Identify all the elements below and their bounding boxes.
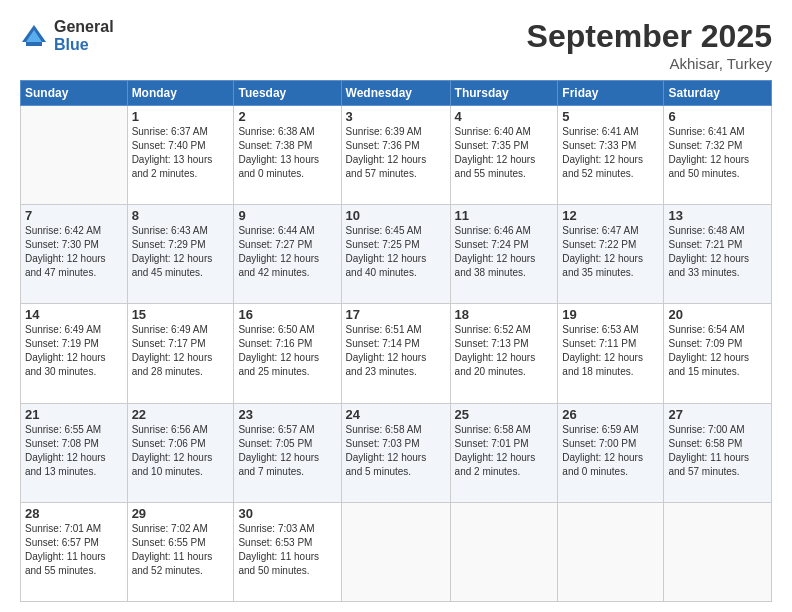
svg-rect-2 bbox=[26, 42, 42, 46]
day-cell: 15Sunrise: 6:49 AM Sunset: 7:17 PM Dayli… bbox=[127, 304, 234, 403]
day-number: 14 bbox=[25, 307, 123, 322]
calendar: Sunday Monday Tuesday Wednesday Thursday… bbox=[20, 80, 772, 602]
day-info: Sunrise: 7:02 AM Sunset: 6:55 PM Dayligh… bbox=[132, 522, 230, 578]
day-number: 24 bbox=[346, 407, 446, 422]
day-number: 20 bbox=[668, 307, 767, 322]
title-block: September 2025 Akhisar, Turkey bbox=[527, 18, 772, 72]
day-cell: 23Sunrise: 6:57 AM Sunset: 7:05 PM Dayli… bbox=[234, 403, 341, 502]
day-info: Sunrise: 6:40 AM Sunset: 7:35 PM Dayligh… bbox=[455, 125, 554, 181]
day-cell: 29Sunrise: 7:02 AM Sunset: 6:55 PM Dayli… bbox=[127, 502, 234, 601]
week-row-2: 7Sunrise: 6:42 AM Sunset: 7:30 PM Daylig… bbox=[21, 205, 772, 304]
day-info: Sunrise: 6:50 AM Sunset: 7:16 PM Dayligh… bbox=[238, 323, 336, 379]
month-title: September 2025 bbox=[527, 18, 772, 55]
day-cell: 8Sunrise: 6:43 AM Sunset: 7:29 PM Daylig… bbox=[127, 205, 234, 304]
day-cell: 12Sunrise: 6:47 AM Sunset: 7:22 PM Dayli… bbox=[558, 205, 664, 304]
day-number: 5 bbox=[562, 109, 659, 124]
header-wednesday: Wednesday bbox=[341, 81, 450, 106]
week-row-5: 28Sunrise: 7:01 AM Sunset: 6:57 PM Dayli… bbox=[21, 502, 772, 601]
day-cell: 4Sunrise: 6:40 AM Sunset: 7:35 PM Daylig… bbox=[450, 106, 558, 205]
day-number: 19 bbox=[562, 307, 659, 322]
day-number: 28 bbox=[25, 506, 123, 521]
day-cell: 6Sunrise: 6:41 AM Sunset: 7:32 PM Daylig… bbox=[664, 106, 772, 205]
logo-general: General bbox=[54, 18, 114, 36]
day-info: Sunrise: 6:44 AM Sunset: 7:27 PM Dayligh… bbox=[238, 224, 336, 280]
day-number: 27 bbox=[668, 407, 767, 422]
day-info: Sunrise: 6:55 AM Sunset: 7:08 PM Dayligh… bbox=[25, 423, 123, 479]
day-cell: 22Sunrise: 6:56 AM Sunset: 7:06 PM Dayli… bbox=[127, 403, 234, 502]
day-number: 30 bbox=[238, 506, 336, 521]
day-cell: 19Sunrise: 6:53 AM Sunset: 7:11 PM Dayli… bbox=[558, 304, 664, 403]
header-monday: Monday bbox=[127, 81, 234, 106]
header-sunday: Sunday bbox=[21, 81, 128, 106]
day-cell bbox=[558, 502, 664, 601]
day-info: Sunrise: 6:46 AM Sunset: 7:24 PM Dayligh… bbox=[455, 224, 554, 280]
header-friday: Friday bbox=[558, 81, 664, 106]
day-info: Sunrise: 6:57 AM Sunset: 7:05 PM Dayligh… bbox=[238, 423, 336, 479]
day-number: 7 bbox=[25, 208, 123, 223]
logo-icon bbox=[20, 22, 48, 50]
day-info: Sunrise: 6:59 AM Sunset: 7:00 PM Dayligh… bbox=[562, 423, 659, 479]
day-number: 6 bbox=[668, 109, 767, 124]
day-number: 21 bbox=[25, 407, 123, 422]
day-number: 16 bbox=[238, 307, 336, 322]
day-cell: 3Sunrise: 6:39 AM Sunset: 7:36 PM Daylig… bbox=[341, 106, 450, 205]
day-info: Sunrise: 6:47 AM Sunset: 7:22 PM Dayligh… bbox=[562, 224, 659, 280]
day-info: Sunrise: 6:58 AM Sunset: 7:03 PM Dayligh… bbox=[346, 423, 446, 479]
day-cell: 18Sunrise: 6:52 AM Sunset: 7:13 PM Dayli… bbox=[450, 304, 558, 403]
day-number: 12 bbox=[562, 208, 659, 223]
day-number: 8 bbox=[132, 208, 230, 223]
day-info: Sunrise: 6:37 AM Sunset: 7:40 PM Dayligh… bbox=[132, 125, 230, 181]
day-number: 13 bbox=[668, 208, 767, 223]
day-info: Sunrise: 6:54 AM Sunset: 7:09 PM Dayligh… bbox=[668, 323, 767, 379]
day-info: Sunrise: 7:00 AM Sunset: 6:58 PM Dayligh… bbox=[668, 423, 767, 479]
day-number: 15 bbox=[132, 307, 230, 322]
day-cell: 28Sunrise: 7:01 AM Sunset: 6:57 PM Dayli… bbox=[21, 502, 128, 601]
location: Akhisar, Turkey bbox=[527, 55, 772, 72]
week-row-3: 14Sunrise: 6:49 AM Sunset: 7:19 PM Dayli… bbox=[21, 304, 772, 403]
day-cell: 1Sunrise: 6:37 AM Sunset: 7:40 PM Daylig… bbox=[127, 106, 234, 205]
day-info: Sunrise: 6:49 AM Sunset: 7:19 PM Dayligh… bbox=[25, 323, 123, 379]
day-info: Sunrise: 6:52 AM Sunset: 7:13 PM Dayligh… bbox=[455, 323, 554, 379]
weekday-header-row: Sunday Monday Tuesday Wednesday Thursday… bbox=[21, 81, 772, 106]
day-cell: 30Sunrise: 7:03 AM Sunset: 6:53 PM Dayli… bbox=[234, 502, 341, 601]
day-cell: 9Sunrise: 6:44 AM Sunset: 7:27 PM Daylig… bbox=[234, 205, 341, 304]
day-number: 29 bbox=[132, 506, 230, 521]
day-info: Sunrise: 6:49 AM Sunset: 7:17 PM Dayligh… bbox=[132, 323, 230, 379]
day-info: Sunrise: 6:48 AM Sunset: 7:21 PM Dayligh… bbox=[668, 224, 767, 280]
day-number: 23 bbox=[238, 407, 336, 422]
day-number: 22 bbox=[132, 407, 230, 422]
day-cell: 21Sunrise: 6:55 AM Sunset: 7:08 PM Dayli… bbox=[21, 403, 128, 502]
day-cell: 7Sunrise: 6:42 AM Sunset: 7:30 PM Daylig… bbox=[21, 205, 128, 304]
day-number: 25 bbox=[455, 407, 554, 422]
day-cell: 25Sunrise: 6:58 AM Sunset: 7:01 PM Dayli… bbox=[450, 403, 558, 502]
day-cell bbox=[450, 502, 558, 601]
day-cell: 13Sunrise: 6:48 AM Sunset: 7:21 PM Dayli… bbox=[664, 205, 772, 304]
day-cell: 27Sunrise: 7:00 AM Sunset: 6:58 PM Dayli… bbox=[664, 403, 772, 502]
day-number: 9 bbox=[238, 208, 336, 223]
day-cell: 26Sunrise: 6:59 AM Sunset: 7:00 PM Dayli… bbox=[558, 403, 664, 502]
day-info: Sunrise: 6:53 AM Sunset: 7:11 PM Dayligh… bbox=[562, 323, 659, 379]
day-number: 1 bbox=[132, 109, 230, 124]
day-cell: 16Sunrise: 6:50 AM Sunset: 7:16 PM Dayli… bbox=[234, 304, 341, 403]
day-number: 17 bbox=[346, 307, 446, 322]
day-number: 2 bbox=[238, 109, 336, 124]
day-cell: 17Sunrise: 6:51 AM Sunset: 7:14 PM Dayli… bbox=[341, 304, 450, 403]
day-info: Sunrise: 6:41 AM Sunset: 7:32 PM Dayligh… bbox=[668, 125, 767, 181]
page: General Blue September 2025 Akhisar, Tur… bbox=[0, 0, 792, 612]
week-row-4: 21Sunrise: 6:55 AM Sunset: 7:08 PM Dayli… bbox=[21, 403, 772, 502]
day-cell bbox=[664, 502, 772, 601]
day-cell: 24Sunrise: 6:58 AM Sunset: 7:03 PM Dayli… bbox=[341, 403, 450, 502]
header-saturday: Saturday bbox=[664, 81, 772, 106]
day-info: Sunrise: 7:01 AM Sunset: 6:57 PM Dayligh… bbox=[25, 522, 123, 578]
day-info: Sunrise: 6:45 AM Sunset: 7:25 PM Dayligh… bbox=[346, 224, 446, 280]
day-info: Sunrise: 6:42 AM Sunset: 7:30 PM Dayligh… bbox=[25, 224, 123, 280]
day-number: 18 bbox=[455, 307, 554, 322]
day-number: 11 bbox=[455, 208, 554, 223]
logo-blue: Blue bbox=[54, 36, 114, 54]
day-info: Sunrise: 6:51 AM Sunset: 7:14 PM Dayligh… bbox=[346, 323, 446, 379]
day-info: Sunrise: 6:38 AM Sunset: 7:38 PM Dayligh… bbox=[238, 125, 336, 181]
day-info: Sunrise: 6:39 AM Sunset: 7:36 PM Dayligh… bbox=[346, 125, 446, 181]
day-info: Sunrise: 7:03 AM Sunset: 6:53 PM Dayligh… bbox=[238, 522, 336, 578]
week-row-1: 1Sunrise: 6:37 AM Sunset: 7:40 PM Daylig… bbox=[21, 106, 772, 205]
day-number: 26 bbox=[562, 407, 659, 422]
